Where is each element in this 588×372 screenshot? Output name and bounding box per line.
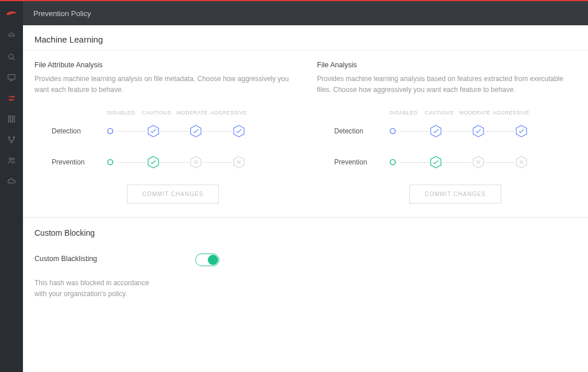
level-cautious: CAUTIOUS: [421, 110, 457, 116]
slider-node[interactable]: [232, 155, 246, 169]
svg-marker-16: [234, 125, 244, 137]
svg-point-21: [390, 129, 396, 134]
detection-label: Detection: [334, 127, 386, 135]
page-header: Prevention Policy: [23, 1, 588, 25]
nav-search-icon[interactable]: [6, 52, 17, 62]
slider-node[interactable]: [386, 155, 400, 169]
svg-point-8: [9, 137, 10, 139]
nav-wifi-icon[interactable]: [6, 31, 17, 41]
level-disabled: DISABLED: [386, 110, 421, 116]
commit-changes-button[interactable]: COMMIT CHANGES: [127, 185, 219, 204]
svg-rect-6: [9, 120, 11, 122]
slider-node[interactable]: [514, 155, 528, 169]
slider-node[interactable]: [189, 155, 203, 169]
level-headers: DISABLED CAUTIOUS MODERATE AGGRESSIVE: [52, 110, 294, 116]
svg-point-17: [108, 160, 113, 165]
level-moderate: MODERATE: [175, 110, 210, 116]
custom-blacklisting-label: Custom Blacklisting: [34, 255, 149, 263]
svg-point-25: [390, 160, 396, 165]
sidebar: [0, 1, 23, 372]
cb-section-title: Custom Blocking: [34, 228, 577, 237]
svg-point-3: [10, 99, 11, 101]
prevention-slider[interactable]: [103, 154, 246, 171]
svg-rect-4: [9, 116, 11, 118]
svg-point-13: [108, 129, 113, 134]
feature-name: File Attribute Analysis: [34, 61, 294, 69]
ml-section-title: Machine Learning: [23, 25, 588, 50]
slider-node[interactable]: [471, 124, 485, 138]
level-aggressive: AGGRESSIVE: [493, 110, 528, 116]
level-aggressive: AGGRESSIVE: [210, 110, 246, 116]
nav-branch-icon[interactable]: [6, 135, 17, 145]
toggle-knob: [208, 255, 218, 265]
svg-point-10: [11, 141, 13, 143]
svg-marker-14: [148, 125, 158, 137]
feature-name: File Analysis: [317, 61, 577, 69]
feature-desc: Provides machine learning analysis on fi…: [34, 74, 294, 95]
nav-grid-icon[interactable]: [6, 114, 17, 124]
slider-node[interactable]: [146, 155, 160, 169]
slider-node[interactable]: [232, 124, 246, 138]
nav-monitor-icon[interactable]: [6, 72, 17, 83]
slider-node[interactable]: [146, 124, 160, 138]
svg-rect-1: [8, 75, 15, 79]
prevention-label: Prevention: [334, 158, 386, 166]
svg-marker-15: [191, 125, 201, 137]
svg-marker-26: [431, 156, 441, 168]
nav-cloud-icon[interactable]: [6, 176, 17, 186]
svg-point-2: [12, 96, 14, 98]
svg-rect-5: [12, 116, 14, 118]
prevention-slider[interactable]: [386, 154, 528, 171]
level-cautious: CAUTIOUS: [139, 110, 175, 116]
prevention-label: Prevention: [52, 158, 103, 166]
feature-desc: Provides machine learning analysis based…: [317, 74, 577, 95]
file-analysis-panel: File Analysis Provides machine learning …: [305, 51, 588, 217]
file-attribute-panel: File Attribute Analysis Provides machine…: [23, 51, 305, 217]
custom-blocking-section: Custom Blocking Custom Blacklisting This…: [23, 218, 588, 333]
brand-logo-icon: [5, 7, 18, 20]
detection-label: Detection: [52, 127, 103, 135]
level-moderate: MODERATE: [457, 110, 493, 116]
detection-slider[interactable]: [386, 122, 528, 140]
slider-node[interactable]: [514, 124, 528, 138]
svg-rect-7: [12, 120, 14, 122]
slider-node[interactable]: [189, 124, 203, 138]
detection-slider[interactable]: [103, 122, 246, 140]
slider-node[interactable]: [103, 155, 117, 169]
accent-bar: [0, 0, 588, 1]
level-headers: DISABLED CAUTIOUS MODERATE AGGRESSIVE: [334, 110, 577, 116]
main-content: Machine Learning File Attribute Analysis…: [23, 25, 588, 372]
commit-changes-button[interactable]: COMMIT CHANGES: [409, 185, 502, 204]
machine-learning-section: Machine Learning File Attribute Analysis…: [23, 25, 588, 218]
svg-point-11: [9, 158, 11, 160]
detection-slider-row: Detection: [52, 122, 294, 140]
svg-marker-24: [516, 125, 527, 137]
svg-marker-23: [473, 125, 483, 137]
slider-node[interactable]: [471, 155, 485, 169]
custom-blacklisting-desc: This hash was blocked in accordance with…: [34, 278, 149, 299]
slider-node[interactable]: [429, 124, 443, 138]
slider-node[interactable]: [103, 124, 117, 138]
svg-point-0: [9, 54, 13, 59]
prevention-slider-row: Prevention: [334, 154, 577, 171]
level-disabled: DISABLED: [103, 110, 139, 116]
slider-node[interactable]: [386, 124, 400, 138]
svg-marker-18: [148, 156, 158, 168]
nav-sliders-icon[interactable]: [6, 93, 17, 103]
slider-node[interactable]: [429, 155, 443, 169]
custom-blacklisting-toggle[interactable]: [195, 254, 219, 266]
detection-slider-row: Detection: [334, 122, 577, 140]
svg-point-9: [13, 137, 15, 139]
page-title: Prevention Policy: [33, 9, 91, 18]
prevention-slider-row: Prevention: [52, 154, 294, 171]
svg-point-12: [13, 158, 14, 160]
svg-marker-22: [431, 125, 441, 137]
nav-users-icon[interactable]: [6, 155, 17, 166]
